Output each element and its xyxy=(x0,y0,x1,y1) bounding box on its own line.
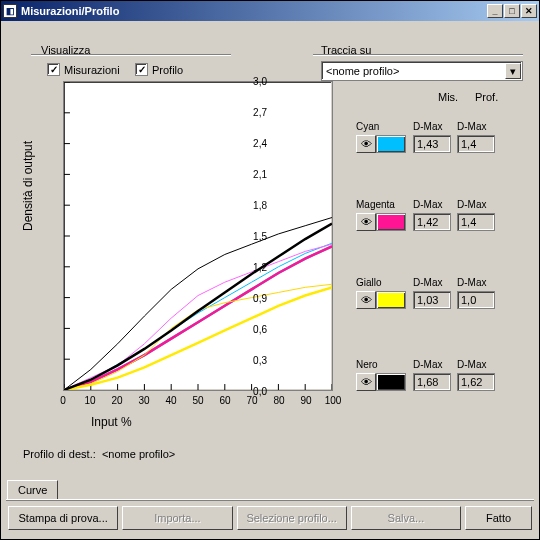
y-tick: 2,1 xyxy=(241,169,267,180)
misurazioni-checkbox-row[interactable]: Misurazioni xyxy=(47,63,120,76)
eye-icon[interactable]: 👁 xyxy=(356,135,376,153)
window: ◧ Misurazioni/Profilo _ □ ✕ Visualizza M… xyxy=(0,0,540,540)
x-tick: 10 xyxy=(80,395,100,406)
y-tick: 0,6 xyxy=(241,324,267,335)
ink-row-giallo: Giallo D-Max D-Max 👁 1,03 1,0 xyxy=(356,277,526,311)
dmax1-label: D-Max xyxy=(413,277,442,288)
x-tick: 30 xyxy=(134,395,154,406)
y-tick: 2,4 xyxy=(241,138,267,149)
ink-name: Nero xyxy=(356,359,378,370)
tab-curve[interactable]: Curve xyxy=(7,480,58,500)
window-title: Misurazioni/Profilo xyxy=(21,5,486,17)
x-tick: 70 xyxy=(242,395,262,406)
dest-label: Profilo di dest.: xyxy=(23,448,96,460)
ink-row-magenta: Magenta D-Max D-Max 👁 1,42 1,4 xyxy=(356,199,526,233)
importa-button[interactable]: Importa... xyxy=(122,506,232,530)
nero-swatch[interactable] xyxy=(376,373,406,391)
x-tick: 20 xyxy=(107,395,127,406)
maximize-button[interactable]: □ xyxy=(504,4,520,18)
misurazioni-label: Misurazioni xyxy=(64,64,120,76)
eye-icon[interactable]: 👁 xyxy=(356,291,376,309)
dmax1-label: D-Max xyxy=(413,359,442,370)
y-axis-label: Densità di output xyxy=(21,141,35,231)
ink-name: Giallo xyxy=(356,277,382,288)
prof-header: Prof. xyxy=(475,91,498,103)
client-area: Visualizza Misurazioni Profilo Traccia s… xyxy=(1,21,539,539)
profile-dropdown[interactable]: <nome profilo> ▾ xyxy=(321,61,523,81)
button-bar: Stampa di prova... Importa... Selezione … xyxy=(6,504,534,534)
x-tick: 60 xyxy=(215,395,235,406)
eye-icon[interactable]: 👁 xyxy=(356,373,376,391)
y-tick: 1,8 xyxy=(241,200,267,211)
fatto-button[interactable]: Fatto xyxy=(465,506,532,530)
dest-value: <nome profilo> xyxy=(102,448,175,460)
chart-plot xyxy=(63,81,333,391)
dmax2-value: 1,62 xyxy=(457,373,495,391)
dest-profile-line: Profilo di dest.: <nome profilo> xyxy=(23,448,175,460)
mis-header: Mis. xyxy=(438,91,458,103)
dmax1-value: 1,03 xyxy=(413,291,451,309)
profilo-checkbox-row[interactable]: Profilo xyxy=(135,63,183,76)
x-tick: 50 xyxy=(188,395,208,406)
dmax1-label: D-Max xyxy=(413,121,442,132)
dmax2-value: 1,0 xyxy=(457,291,495,309)
traccia-separator xyxy=(313,54,523,56)
chart-svg xyxy=(64,82,332,390)
profilo-label: Profilo xyxy=(152,64,183,76)
cyan-swatch[interactable] xyxy=(376,135,406,153)
x-tick: 100 xyxy=(323,395,343,406)
close-button[interactable]: ✕ xyxy=(521,4,537,18)
y-tick: 1,5 xyxy=(241,231,267,242)
profilo-checkbox[interactable] xyxy=(135,63,148,76)
app-icon: ◧ xyxy=(3,4,17,18)
dmax1-label: D-Max xyxy=(413,199,442,210)
dmax2-value: 1,4 xyxy=(457,135,495,153)
dmax2-label: D-Max xyxy=(457,199,486,210)
ink-row-nero: Nero D-Max D-Max 👁 1,68 1,62 xyxy=(356,359,526,393)
stampa-button[interactable]: Stampa di prova... xyxy=(8,506,118,530)
dmax2-label: D-Max xyxy=(457,121,486,132)
tab-divider xyxy=(6,499,534,500)
y-tick: 3,0 xyxy=(241,76,267,87)
window-controls: _ □ ✕ xyxy=(486,4,537,18)
chevron-down-icon[interactable]: ▾ xyxy=(505,63,521,79)
eye-icon[interactable]: 👁 xyxy=(356,213,376,231)
dmax2-value: 1,4 xyxy=(457,213,495,231)
selezione-button[interactable]: Selezione profilo... xyxy=(237,506,347,530)
dmax1-value: 1,42 xyxy=(413,213,451,231)
dmax2-label: D-Max xyxy=(457,359,486,370)
y-tick: 0,3 xyxy=(241,355,267,366)
salva-button[interactable]: Salva... xyxy=(351,506,461,530)
y-tick: 2,7 xyxy=(241,107,267,118)
minimize-button[interactable]: _ xyxy=(487,4,503,18)
x-tick: 0 xyxy=(53,395,73,406)
x-tick: 80 xyxy=(269,395,289,406)
giallo-swatch[interactable] xyxy=(376,291,406,309)
ink-row-cyan: Cyan D-Max D-Max 👁 1,43 1,4 xyxy=(356,121,526,155)
ink-name: Magenta xyxy=(356,199,395,210)
dmax1-value: 1,68 xyxy=(413,373,451,391)
titlebar: ◧ Misurazioni/Profilo _ □ ✕ xyxy=(1,1,539,21)
y-tick: 0,9 xyxy=(241,293,267,304)
dmax1-value: 1,43 xyxy=(413,135,451,153)
dmax2-label: D-Max xyxy=(457,277,486,288)
profile-dropdown-value: <nome profilo> xyxy=(326,65,399,77)
x-tick: 40 xyxy=(161,395,181,406)
y-tick: 1,2 xyxy=(241,262,267,273)
ink-name: Cyan xyxy=(356,121,379,132)
visualizza-separator xyxy=(31,54,231,56)
misurazioni-checkbox[interactable] xyxy=(47,63,60,76)
x-tick: 90 xyxy=(296,395,316,406)
magenta-swatch[interactable] xyxy=(376,213,406,231)
x-axis-label: Input % xyxy=(91,415,132,429)
